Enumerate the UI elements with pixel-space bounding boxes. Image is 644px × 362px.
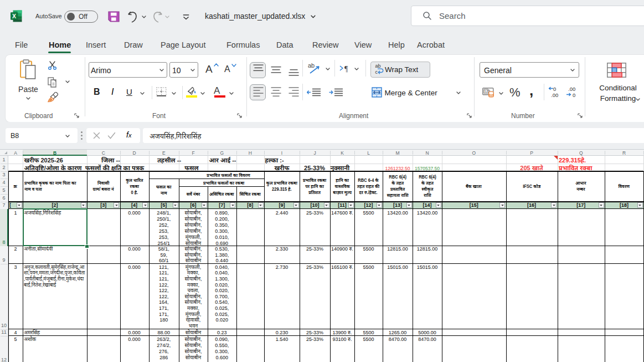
svg-text:.00: .00 — [551, 92, 558, 98]
svg-text:ab: ab — [308, 62, 315, 69]
svg-text:0: 0 — [573, 92, 575, 98]
svg-text:¶: ¶ — [344, 65, 348, 73]
svg-text:X: X — [12, 13, 16, 19]
svg-text:0: 0 — [553, 86, 556, 92]
svg-text:c: c — [375, 69, 378, 75]
svg-text:ab: ab — [375, 63, 381, 69]
svg-text:.00: .00 — [568, 86, 575, 92]
